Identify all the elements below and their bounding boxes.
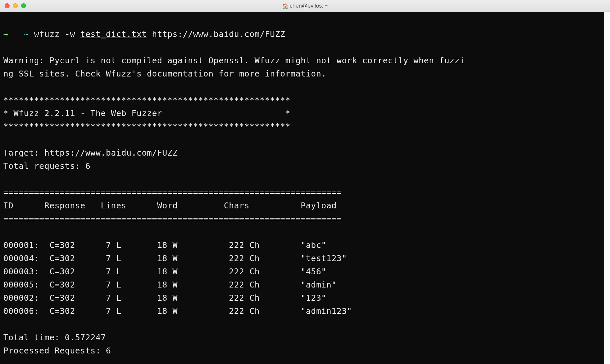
warning-text: Warning: Pycurl is not compiled against … bbox=[3, 56, 465, 78]
minimize-icon[interactable] bbox=[13, 3, 18, 8]
command-arg-url: https://www.baidu.com/FUZZ bbox=[152, 29, 285, 39]
prompt-arrow-icon: → bbox=[3, 29, 9, 39]
table-row: 000006: C=302 7 L 18 W 222 Ch "admin123" bbox=[3, 306, 352, 316]
table-row: 000001: C=302 7 L 18 W 222 Ch "abc" bbox=[3, 240, 326, 250]
footer-total-time: Total time: 0.572247 bbox=[3, 333, 106, 342]
target-line: Target: https://www.baidu.com/FUZZ bbox=[3, 148, 178, 158]
banner-line: * Wfuzz 2.2.11 - The Web Fuzzer * bbox=[3, 108, 290, 118]
prompt-cwd: ~ bbox=[24, 29, 29, 39]
separator-top: ========================================… bbox=[3, 188, 342, 197]
window-controls bbox=[0, 3, 26, 8]
table-header: ID Response Lines Word Chars Payload bbox=[3, 201, 337, 210]
terminal-body[interactable]: → ~ wfuzz -w test_dict.txt https://www.b… bbox=[0, 12, 610, 364]
command-flag: -w bbox=[65, 29, 75, 39]
window-title: 🏠chen@evilos: ~ bbox=[0, 3, 610, 9]
banner-stars-top: ****************************************… bbox=[3, 95, 290, 105]
table-row: 000005: C=302 7 L 18 W 222 Ch "admin" bbox=[3, 280, 337, 289]
scrollbar[interactable] bbox=[604, 12, 610, 364]
window-title-text: chen@evilos: ~ bbox=[290, 3, 328, 9]
command-arg-file: test_dict.txt bbox=[80, 29, 147, 39]
command-name: wfuzz bbox=[34, 29, 60, 39]
banner-stars-bot: ****************************************… bbox=[3, 122, 290, 131]
maximize-icon[interactable] bbox=[21, 3, 26, 8]
close-icon[interactable] bbox=[5, 3, 10, 8]
total-requests-line: Total requests: 6 bbox=[3, 161, 90, 171]
footer-processed: Processed Requests: 6 bbox=[3, 346, 111, 355]
table-row: 000004: C=302 7 L 18 W 222 Ch "test123" bbox=[3, 254, 347, 263]
home-icon: 🏠 bbox=[282, 3, 289, 9]
separator-bot: ========================================… bbox=[3, 214, 342, 224]
titlebar[interactable]: 🏠chen@evilos: ~ bbox=[0, 0, 610, 12]
table-row: 000002: C=302 7 L 18 W 222 Ch "123" bbox=[3, 293, 326, 303]
terminal-window: 🏠chen@evilos: ~ → ~ wfuzz -w test_dict.t… bbox=[0, 0, 610, 364]
table-row: 000003: C=302 7 L 18 W 222 Ch "456" bbox=[3, 267, 326, 276]
